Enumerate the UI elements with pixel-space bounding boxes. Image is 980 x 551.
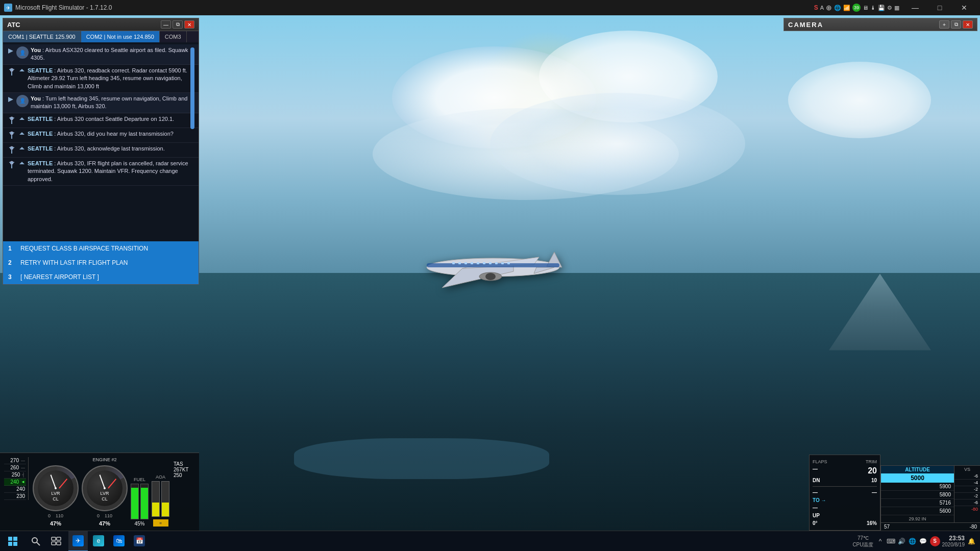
trim-label: TRIM bbox=[866, 459, 877, 464]
close-button[interactable]: ✕ bbox=[952, 0, 976, 15]
camera-restore-button[interactable]: ⧉ bbox=[951, 20, 961, 29]
atc-close-button[interactable]: ✕ bbox=[184, 20, 194, 29]
engine2-label: ENGINE #2 bbox=[92, 457, 116, 462]
restore-button[interactable]: □ bbox=[928, 0, 951, 15]
svg-rect-46 bbox=[13, 537, 17, 541]
windows-icon bbox=[8, 536, 18, 546]
taskbar-store[interactable]: 🛍 bbox=[109, 531, 129, 552]
speed-tape: 270— 260— 250┤ 240◄ 240 230 bbox=[4, 457, 29, 500]
network-icon[interactable]: 🌐 bbox=[908, 537, 917, 546]
com3-tab[interactable]: COM3 bbox=[160, 31, 187, 42]
divider bbox=[813, 486, 877, 487]
atc-options: 1 REQUEST CLASS B AIRSPACE TRANSITION 2 … bbox=[3, 241, 199, 284]
atc-restore-button[interactable]: ⧉ bbox=[173, 20, 183, 29]
msg-content: Airbus 320 contact Seattle Departure on … bbox=[57, 116, 174, 122]
camera-titlebar[interactable]: CAMERA + ⧉ ✕ bbox=[784, 18, 977, 31]
engine2-needle bbox=[99, 474, 105, 488]
fuel-bar-right bbox=[140, 484, 149, 519]
engine1-gauge: LVR CL 0 110 47% bbox=[33, 465, 79, 527]
atc-message-5: SEATTLE : Airbus 320, did you hear my la… bbox=[3, 128, 199, 143]
svg-line-22 bbox=[12, 69, 14, 70]
keyboard-icon[interactable]: ⌨ bbox=[887, 537, 896, 546]
flaps-deg-row: 0° 16% bbox=[813, 519, 877, 527]
app-icon: ✈ bbox=[4, 4, 12, 12]
vs-row-5: -6 bbox=[954, 499, 980, 506]
taskbar-edge[interactable]: e bbox=[89, 531, 108, 552]
svg-rect-36 bbox=[11, 149, 12, 154]
aoa-fill-right bbox=[162, 503, 169, 516]
up-label: UP bbox=[813, 513, 820, 518]
fuel-label: FUEL bbox=[134, 477, 145, 482]
atc-option-2[interactable]: 2 RETRY WITH LAST IFR FLIGHT PLAN bbox=[3, 256, 199, 270]
svg-rect-10 bbox=[464, 262, 467, 264]
com2-tab[interactable]: COM2 | Not in use 124.850 bbox=[81, 31, 160, 42]
task-view-button[interactable] bbox=[46, 531, 66, 552]
atc-message-4: SEATTLE : Airbus 320 contact Seattle Dep… bbox=[3, 113, 199, 128]
svg-line-27 bbox=[9, 118, 12, 118]
trim-value: 20 bbox=[868, 466, 877, 475]
flaps-label: FLAPS bbox=[813, 459, 827, 464]
msg-sender: SEATTLE bbox=[28, 131, 53, 137]
alt-5600: 5600 bbox=[881, 507, 954, 515]
airplane bbox=[411, 237, 575, 298]
camera-controls[interactable]: + ⧉ ✕ bbox=[939, 20, 973, 29]
edge-icon: e bbox=[93, 535, 104, 546]
com-tabs[interactable]: COM1 | SEATTLE 125.900 COM2 | Not in use… bbox=[3, 31, 199, 42]
atc-option-1[interactable]: 1 REQUEST CLASS B AIRSPACE TRANSITION bbox=[3, 241, 199, 256]
clock-time: 23:53 bbox=[942, 535, 965, 542]
altitude-target: 5000 bbox=[881, 473, 954, 483]
taskbar-calendar[interactable]: 📅 bbox=[130, 531, 149, 552]
notification-icon[interactable]: 🔔 bbox=[967, 537, 976, 546]
title-bar-controls[interactable]: — □ ✕ bbox=[903, 0, 976, 15]
to-value: TO → bbox=[813, 497, 826, 503]
up-row: — bbox=[813, 504, 877, 512]
engine2-cl: CL bbox=[102, 496, 108, 502]
taskbar-msfs[interactable]: ✈ bbox=[68, 531, 88, 552]
signal-icon bbox=[19, 117, 24, 122]
chevron-icon[interactable]: ^ bbox=[876, 537, 885, 546]
fuel-gauge: FUEL 45% bbox=[131, 477, 149, 527]
volume-icon[interactable]: 🔊 bbox=[897, 537, 906, 546]
camera-title: CAMERA bbox=[788, 21, 823, 29]
atc-messages[interactable]: 👤 You : Airbus ASX320 cleared to Seattle… bbox=[3, 42, 199, 241]
to-label: — bbox=[872, 490, 877, 495]
engine1-cl: CL bbox=[53, 496, 59, 502]
camera-add-button[interactable]: + bbox=[939, 20, 949, 29]
atc-option-3[interactable]: 3 [ NEAREST AIRPORT LIST ] bbox=[3, 270, 199, 284]
svg-line-38 bbox=[12, 147, 14, 148]
play-icon bbox=[7, 47, 14, 55]
signal-icon bbox=[19, 147, 24, 152]
msg-content: Airbus 320, acknowledge last transmissio… bbox=[57, 145, 165, 152]
start-button[interactable] bbox=[0, 531, 26, 552]
engine1-needle bbox=[50, 474, 56, 488]
speed-row-240: 240 bbox=[4, 486, 26, 493]
atc-minimize-button[interactable]: — bbox=[161, 20, 171, 29]
scroll-indicator bbox=[190, 47, 194, 129]
antivirus-icon[interactable]: S bbox=[930, 536, 940, 546]
flaps-dn: DN bbox=[813, 478, 820, 483]
svg-rect-14 bbox=[489, 262, 492, 264]
svg-rect-13 bbox=[483, 262, 485, 264]
svg-line-50 bbox=[37, 542, 40, 545]
engine1-needle-center bbox=[55, 487, 57, 489]
action-center-icon[interactable]: 💬 bbox=[919, 537, 928, 546]
atc-titlebar[interactable]: ATC — ⧉ ✕ bbox=[3, 18, 199, 31]
com1-tab[interactable]: COM1 | SEATTLE 125.900 bbox=[3, 31, 81, 42]
taskbar-right: 77℃ CPU温度 ^ ⌨ 🔊 🌐 💬 S 23:53 2020/8/19 🔔 bbox=[848, 535, 980, 548]
svg-rect-51 bbox=[52, 537, 56, 540]
engine2-needle-center bbox=[104, 487, 106, 489]
speed-row-260: 260— bbox=[4, 464, 26, 471]
alt-5900: 5900 bbox=[881, 483, 954, 491]
alt-5716: 5716 bbox=[881, 499, 954, 507]
engine2-lvr: LVR bbox=[101, 491, 109, 496]
notification-area: ^ ⌨ 🔊 🌐 💬 bbox=[876, 537, 928, 546]
camera-close-button[interactable]: ✕ bbox=[963, 20, 973, 29]
atc-window-controls[interactable]: — ⧉ ✕ bbox=[161, 20, 194, 29]
tray-apps: S bbox=[930, 536, 940, 546]
minimize-button[interactable]: — bbox=[903, 0, 927, 15]
to-val-row: TO → bbox=[813, 496, 877, 504]
user-avatar: 👤 bbox=[16, 46, 29, 59]
svg-marker-24 bbox=[8, 97, 13, 102]
search-button[interactable] bbox=[26, 531, 46, 552]
altitude-vs-panel: ALTITUDE 5000 5900 5800 5716 5600 29.92 … bbox=[880, 465, 980, 531]
